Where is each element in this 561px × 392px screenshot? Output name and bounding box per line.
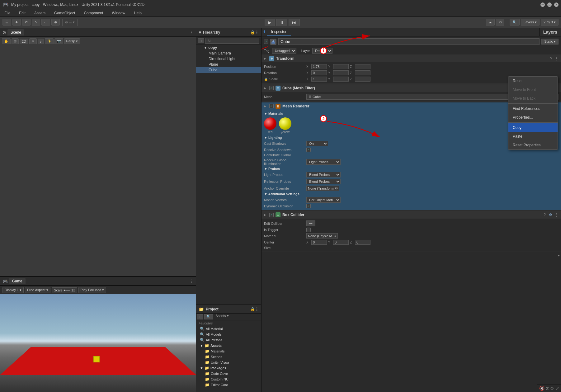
- toolbar-translate[interactable]: ✚: [12, 19, 21, 26]
- project-add-btn[interactable]: +: [197, 314, 203, 319]
- receive-global-dropdown[interactable]: Light Probes: [306, 159, 341, 165]
- dynamic-occlusion-checkbox[interactable]: [306, 204, 311, 208]
- hierarchy-item-camera[interactable]: Main Camera: [196, 50, 261, 56]
- edit-collider-btn[interactable]: ⊷: [306, 220, 315, 226]
- static-button[interactable]: Static ▾: [541, 39, 559, 45]
- pause-button[interactable]: ⏸: [276, 19, 287, 26]
- game-scale-btn[interactable]: Scale ●── 1x: [52, 287, 77, 293]
- toolbar-rect[interactable]: ▭: [41, 19, 50, 26]
- hierarchy-item-cube[interactable]: Cube: [196, 67, 261, 73]
- box-collider-help[interactable]: ?: [544, 213, 546, 217]
- probes-toggle[interactable]: ▼ Probes: [264, 166, 559, 171]
- pos-x-input[interactable]: [311, 64, 327, 69]
- scene-light-btn[interactable]: ☀: [29, 38, 37, 44]
- motion-vectors-dropdown[interactable]: Per Object Moti: [306, 197, 341, 203]
- menu-file[interactable]: File: [2, 10, 12, 16]
- hierarchy-more[interactable]: ⋮: [255, 30, 259, 35]
- scene-gizmos-btn[interactable]: 📷: [54, 38, 63, 44]
- scale-z-input[interactable]: [355, 77, 370, 82]
- toolbar-rotate[interactable]: ↺: [22, 19, 31, 26]
- ctx-find-ref[interactable]: Find References: [508, 104, 558, 113]
- scene-persp-btn[interactable]: Persp ▾: [64, 38, 80, 44]
- layers-dropdown[interactable]: Layers ▾: [521, 19, 540, 26]
- transform-help-btn[interactable]: ?: [550, 56, 552, 61]
- project-lock[interactable]: 🔒: [250, 307, 255, 311]
- assets-materials[interactable]: 📁 Materials: [196, 348, 261, 354]
- pkg-editor[interactable]: 📁 Editor Coro: [196, 382, 261, 388]
- scene-audio-btn[interactable]: ♪: [38, 39, 44, 44]
- maximize-button[interactable]: □: [547, 2, 552, 7]
- fav-all-models[interactable]: 🔍 All Models: [196, 332, 261, 337]
- project-more[interactable]: ⋮: [255, 307, 259, 311]
- pos-y-input[interactable]: [333, 64, 349, 69]
- mesh-renderer-checkbox[interactable]: [269, 104, 274, 108]
- menu-gameobject[interactable]: GameObject: [52, 10, 77, 16]
- undo-button[interactable]: ⟲: [496, 19, 504, 26]
- rot-x-input[interactable]: [311, 70, 327, 75]
- play-button[interactable]: ▶: [265, 19, 275, 26]
- object-name-input[interactable]: [278, 38, 540, 45]
- hierarchy-lock[interactable]: 🔒: [250, 30, 255, 35]
- transform-header[interactable]: ▶ ⊕ Transform ? ⋮: [262, 55, 561, 62]
- menu-edit[interactable]: Edit: [17, 10, 27, 16]
- ctx-reset-props[interactable]: Reset Properties: [508, 141, 558, 149]
- inspector-tab[interactable]: Inspector: [267, 28, 291, 36]
- ctx-reset[interactable]: Reset: [508, 77, 558, 85]
- box-collider-more[interactable]: ⋮: [554, 212, 559, 217]
- scene-fx-btn[interactable]: ✨: [45, 38, 54, 44]
- reflection-probes-dropdown[interactable]: Blend Probes: [306, 179, 341, 184]
- menu-help[interactable]: Help: [132, 10, 144, 16]
- object-active-checkbox[interactable]: [264, 40, 268, 44]
- game-tab[interactable]: Game: [9, 278, 26, 284]
- mute-icon[interactable]: 🔇: [539, 386, 544, 391]
- anchor-pick-btn[interactable]: ⊙: [335, 186, 338, 190]
- settings-icon[interactable]: ⚙: [550, 386, 554, 391]
- play-focused-btn[interactable]: Play Focused ▾: [78, 287, 106, 293]
- toolbar-scale[interactable]: ⤡: [32, 19, 40, 26]
- pos-z-input[interactable]: [355, 64, 370, 69]
- mesh-filter-checkbox[interactable]: [269, 86, 274, 90]
- project-assets-label[interactable]: Assets ▾: [214, 313, 230, 319]
- menu-window[interactable]: Window: [110, 10, 127, 16]
- hierarchy-item-light[interactable]: Directional Light: [196, 56, 261, 62]
- transform-more-btn[interactable]: ⋮: [554, 56, 559, 61]
- menu-component[interactable]: Component: [82, 10, 105, 16]
- ctx-properties[interactable]: Properties...: [508, 113, 558, 122]
- expand-icon[interactable]: ⤢: [555, 386, 559, 391]
- material-pick-btn[interactable]: ⊙: [333, 234, 336, 238]
- hierarchy-search[interactable]: [205, 38, 259, 44]
- game-more-btn[interactable]: ⋮: [190, 279, 193, 283]
- scene-2d-btn[interactable]: 2D: [20, 39, 28, 44]
- scene-view-btn[interactable]: ⊞: [12, 38, 19, 44]
- fav-all-materials[interactable]: 🔍 All Material: [196, 326, 261, 332]
- menu-assets[interactable]: Assets: [32, 10, 47, 16]
- packages-folder[interactable]: ▼ 📁 Packages: [196, 365, 261, 371]
- ctx-paste[interactable]: Paste: [508, 132, 558, 141]
- fav-all-prefabs[interactable]: 🔍 All Prefabs: [196, 337, 261, 343]
- light-probes-dropdown[interactable]: Blend Probes: [306, 172, 341, 177]
- rot-z-input[interactable]: [355, 70, 370, 75]
- scene-more-btn[interactable]: ⋮: [190, 30, 193, 35]
- layout-dropdown[interactable]: 2 by 3 ▾: [541, 19, 559, 26]
- collab-button[interactable]: ☁: [486, 19, 495, 26]
- scale-x-input[interactable]: [311, 77, 327, 82]
- hierarchy-item-scene[interactable]: ▼ copy: [196, 45, 261, 50]
- assets-scenes[interactable]: 📁 Scenes: [196, 354, 261, 360]
- box-collider-checkbox[interactable]: [269, 213, 274, 217]
- minimize-button[interactable]: ─: [540, 2, 545, 7]
- search-button[interactable]: 🔍: [510, 19, 520, 26]
- step-button[interactable]: ⏭: [289, 19, 300, 26]
- hierarchy-add-btn[interactable]: +: [198, 38, 204, 43]
- center-y-input[interactable]: [333, 240, 349, 245]
- close-button[interactable]: ✕: [554, 2, 559, 7]
- scene-tab[interactable]: Scene: [7, 29, 24, 35]
- scene-hand-tool[interactable]: ✋: [2, 38, 11, 44]
- cast-shadows-dropdown[interactable]: On: [306, 141, 328, 146]
- assets-folder[interactable]: ▼ 📁 Assets: [196, 343, 261, 348]
- hierarchy-item-plane[interactable]: Plane: [196, 62, 261, 67]
- pkg-customnu[interactable]: 📁 Custom NU: [196, 376, 261, 382]
- rot-y-input[interactable]: [333, 70, 349, 75]
- receive-shadows-checkbox[interactable]: [306, 148, 311, 152]
- assets-unity-visual[interactable]: 📁 Unity_Visua: [196, 360, 261, 365]
- project-search-btn[interactable]: 🔍: [204, 314, 213, 319]
